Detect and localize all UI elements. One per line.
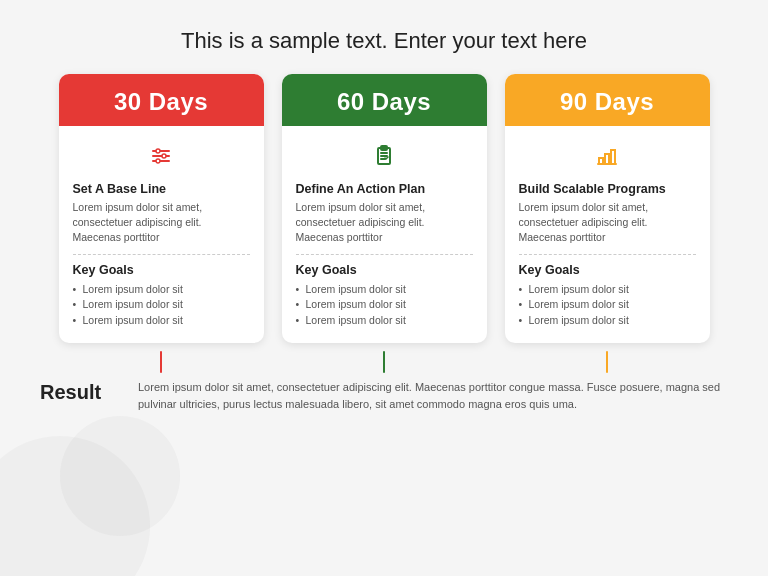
card-divider-30days (73, 254, 250, 255)
card-header-title-30days: 30 Days (114, 88, 208, 115)
connector-row (36, 351, 732, 373)
result-text: Lorem ipsum dolor sit amet, consectetuer… (138, 379, 728, 413)
chart-icon (519, 144, 696, 172)
goal-item: Lorem ipsum dolor sit (519, 313, 696, 329)
card-header-30days: 30 Days (59, 74, 264, 126)
card-body-90days: Build Scalable Programs Lorem ipsum dolo… (505, 126, 710, 343)
card-90days: 90 Days Build Scalable Programs Lorem ip… (505, 74, 710, 343)
cards-row: 30 Days Set A Base Line Lorem ipsum dolo… (36, 74, 732, 343)
connector-line-green (383, 351, 386, 373)
key-goals-title-30days: Key Goals (73, 263, 250, 277)
goal-item: Lorem ipsum dolor sit (296, 282, 473, 298)
slide: This is a sample text. Enter your text h… (0, 0, 768, 576)
card-divider-90days (519, 254, 696, 255)
settings-icon (73, 144, 250, 172)
card-header-90days: 90 Days (505, 74, 710, 126)
connector-line-yellow (606, 351, 609, 373)
clipboard-icon (296, 144, 473, 172)
goal-item: Lorem ipsum dolor sit (296, 297, 473, 313)
card-body-text-30days: Lorem ipsum dolor sit amet, consectetuer… (73, 200, 250, 246)
card-body-text-60days: Lorem ipsum dolor sit amet, consectetuer… (296, 200, 473, 246)
card-body-text-90days: Lorem ipsum dolor sit amet, consectetuer… (519, 200, 696, 246)
connector-30days (59, 351, 264, 373)
goal-item: Lorem ipsum dolor sit (73, 313, 250, 329)
key-goals-title-90days: Key Goals (519, 263, 696, 277)
bg-decoration-2 (60, 416, 180, 536)
svg-point-3 (156, 149, 160, 153)
key-goals-title-60days: Key Goals (296, 263, 473, 277)
goal-item: Lorem ipsum dolor sit (296, 313, 473, 329)
card-60days: 60 Days Define An Action Plan Lorem ipsu… (282, 74, 487, 343)
card-header-title-60days: 60 Days (337, 88, 431, 115)
card-body-60days: Define An Action Plan Lorem ipsum dolor … (282, 126, 487, 343)
card-section-title-90days: Build Scalable Programs (519, 182, 696, 196)
card-30days: 30 Days Set A Base Line Lorem ipsum dolo… (59, 74, 264, 343)
card-section-title-30days: Set A Base Line (73, 182, 250, 196)
card-body-30days: Set A Base Line Lorem ipsum dolor sit am… (59, 126, 264, 343)
key-goals-list-60days: Lorem ipsum dolor sit Lorem ipsum dolor … (296, 282, 473, 329)
connector-60days (282, 351, 487, 373)
result-row: Result Lorem ipsum dolor sit amet, conse… (36, 379, 732, 413)
slide-title: This is a sample text. Enter your text h… (36, 28, 732, 54)
card-header-title-90days: 90 Days (560, 88, 654, 115)
card-divider-60days (296, 254, 473, 255)
connector-line-red (160, 351, 163, 373)
svg-point-5 (156, 159, 160, 163)
goal-item: Lorem ipsum dolor sit (519, 282, 696, 298)
svg-rect-12 (605, 154, 609, 164)
goal-item: Lorem ipsum dolor sit (73, 282, 250, 298)
card-header-60days: 60 Days (282, 74, 487, 126)
connector-90days (505, 351, 710, 373)
goal-item: Lorem ipsum dolor sit (519, 297, 696, 313)
key-goals-list-90days: Lorem ipsum dolor sit Lorem ipsum dolor … (519, 282, 696, 329)
card-section-title-60days: Define An Action Plan (296, 182, 473, 196)
svg-rect-13 (611, 150, 615, 164)
goal-item: Lorem ipsum dolor sit (73, 297, 250, 313)
svg-point-4 (162, 154, 166, 158)
key-goals-list-30days: Lorem ipsum dolor sit Lorem ipsum dolor … (73, 282, 250, 329)
result-label: Result (40, 379, 120, 404)
